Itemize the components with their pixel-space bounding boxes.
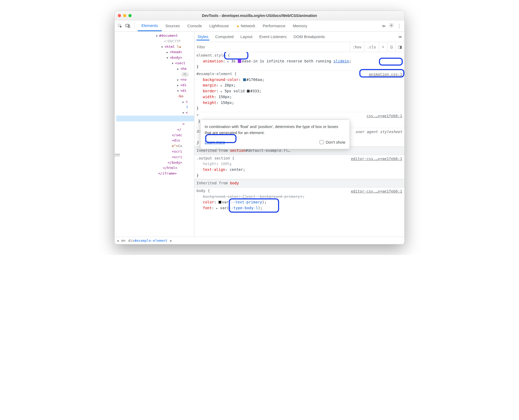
toolbar-divider [134,23,135,29]
more-tabs-icon[interactable]: ≫ [382,24,386,28]
tab-memory[interactable]: Memory [289,20,311,31]
dom-node-head[interactable]: <head> [170,50,182,54]
tab-lighthouse[interactable]: Lighthouse [206,20,232,31]
settings-icon[interactable] [389,23,394,29]
dont-show-checkbox[interactable]: Don't show [320,139,345,145]
kebab-menu-icon[interactable]: ⋮ [397,23,402,29]
rule-body[interactable]: editor-css.…v=ae1feb6:1 body { backgroun… [194,188,404,212]
source-link[interactable]: editor-css.…v=ae1feb6:1 [351,156,402,162]
styles-tab-computed[interactable]: Computed [214,33,235,40]
tab-console[interactable]: Console [184,20,206,31]
more-styles-tabs-icon[interactable]: ≫ [398,35,402,39]
dom-tree-panel: ▼#document <!DOCTYP ▼<html la ▶<head> ▼<… [115,31,194,237]
dom-selected-row[interactable] [116,116,194,121]
styles-tab-layout[interactable]: Layout [239,33,253,40]
learn-more-link[interactable]: Learn more [205,139,225,145]
filter-row: :hov .cls ＋ ⎙ ◨ [194,42,404,52]
chevron-left-icon[interactable]: ◀ [117,239,119,243]
styles-tab-styles[interactable]: Styles [196,33,209,40]
filter-input[interactable] [194,42,350,52]
main-toolbar: Elements Sources Console Lighthouse ▲Net… [115,20,404,31]
warning-icon: ▲ [236,24,240,28]
rule-output-section[interactable]: editor-css.…v=ae1feb6:1 .output section … [194,155,404,179]
source-link[interactable]: animation.css:1 [369,72,402,77]
tab-network[interactable]: ▲Network [232,20,259,31]
color-swatch-icon[interactable] [218,201,221,204]
rule-element-style[interactable]: element.style { animation: ▶ 3s ease-in … [194,52,404,71]
tab-elements[interactable]: Elements [138,20,162,31]
sidebar-toggle-icon[interactable]: ◨ [396,42,404,52]
inherited-from-body: Inherited from body [194,179,404,188]
user-agent-label: user agent stylesheet [355,129,402,135]
chevron-right-icon[interactable]: ▶ [170,239,172,243]
computed-toggle-icon[interactable]: ⎙ [387,42,396,52]
panel-body: ▼#document <!DOCTYP ▼<html la ▶<head> ▼<… [115,31,404,237]
color-swatch-icon[interactable] [247,90,250,93]
breadcrumb-item[interactable]: mn [121,239,126,243]
device-toggle-icon[interactable] [125,23,131,29]
styles-tab-dom-breakpoints[interactable]: DOM Breakpoints [293,33,326,40]
dom-tree[interactable]: ▼#document <!DOCTYP ▼<html la ▶<head> ▼<… [115,31,194,178]
styles-panel: Styles Computed Layout Event Listeners D… [194,31,404,237]
breadcrumb-selected[interactable]: div#example-element [128,239,168,243]
bezier-icon[interactable] [238,60,241,63]
dom-node-body[interactable]: <body> [170,56,182,60]
new-rule-icon[interactable]: ＋ [379,42,387,52]
dom-node-section[interactable]: <sect [175,61,185,65]
styles-body: element.style { animation: ▶ 3s ease-in … [194,52,404,237]
styles-tab-event-listeners[interactable]: Event Listeners [258,33,288,40]
devtools-window: DevTools - developer.mozilla.org/en-US/d… [114,11,405,244]
source-link[interactable]: css.…v=ae1feb6:1 [366,113,402,119]
breadcrumb[interactable]: ◀ mn div#example-element ▶ [115,237,404,244]
hov-button[interactable]: :hov [350,42,365,52]
cls-button[interactable]: .cls [364,42,379,52]
tab-performance[interactable]: Performance [259,20,289,31]
window-title: DevTools - developer.mozilla.org/en-US/d… [115,13,404,18]
tab-sources[interactable]: Sources [162,20,184,31]
svg-point-3 [391,25,392,26]
tooltip-text: In combination with 'float' and 'positio… [205,124,345,136]
dom-node-doctype[interactable]: <!DOCTYP [116,39,194,44]
source-link[interactable]: editor-css.…v=ae1feb6:1 [351,189,402,194]
titlebar: DevTools - developer.mozilla.org/en-US/d… [115,11,404,20]
rule-example-element[interactable]: animation.css:1 #example-element { backg… [194,71,404,112]
inspect-icon[interactable] [117,23,123,29]
panel-tabs: Elements Sources Console Lighthouse ▲Net… [138,20,311,31]
dom-node-document[interactable]: #document [159,34,178,38]
styles-tabs: Styles Computed Layout Event Listeners D… [194,31,404,42]
color-swatch-icon[interactable] [243,78,246,81]
checkbox-icon[interactable] [320,140,324,144]
toolbar-right: ≫ ⋮ [382,23,404,29]
ellipsis-icon[interactable]: ••• [115,153,120,157]
keyframe-link[interactable]: slidein [333,59,349,63]
property-tooltip: In combination with 'float' and 'positio… [200,120,350,149]
